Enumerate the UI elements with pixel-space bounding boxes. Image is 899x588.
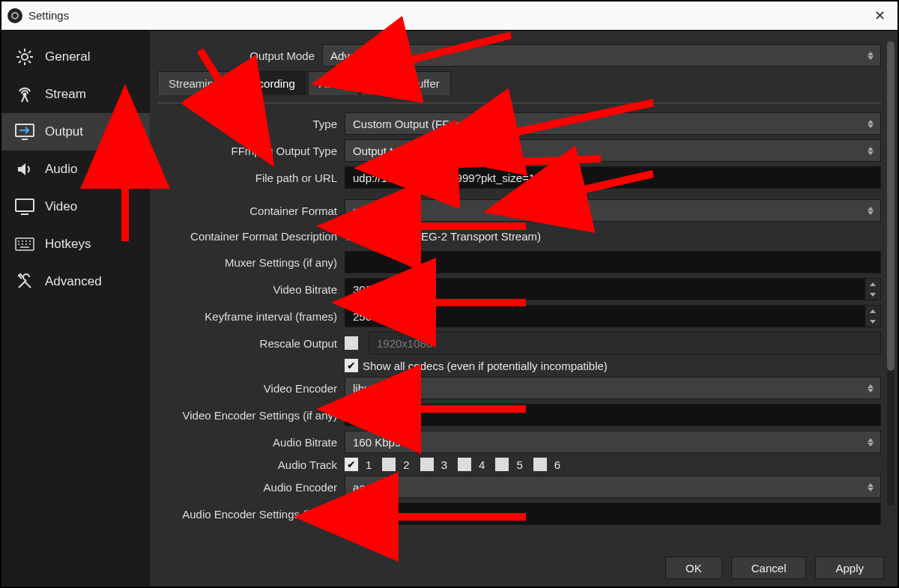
spinner-icon	[864, 142, 877, 159]
svg-line-8	[28, 51, 31, 53]
check-icon: ✔	[347, 459, 356, 470]
muxer-input[interactable]	[345, 251, 881, 273]
tab-replay-buffer[interactable]: Replay Buffer	[360, 71, 451, 95]
title-bar: Settings ✕	[1, 1, 898, 30]
output-tabs: Streaming Recording Audio Replay Buffer	[157, 71, 881, 95]
audio-enc-settings-input[interactable]	[345, 503, 881, 525]
audio-bitrate-label: Audio Bitrate	[157, 436, 345, 449]
spinner-icon	[864, 479, 877, 495]
cancel-button[interactable]: Cancel	[731, 557, 807, 579]
container-desc-value: MPEG-TS (MPEG-2 Transport Stream)	[346, 230, 541, 243]
scrollbar-thumb[interactable]	[887, 41, 895, 371]
sidebar-item-label: Advanced	[45, 274, 102, 289]
rescale-checkbox[interactable]	[345, 336, 358, 350]
obs-icon	[7, 8, 22, 23]
audio-encoder-label: Audio Encoder	[157, 481, 345, 494]
audio-track-4-checkbox[interactable]	[458, 458, 471, 471]
ffmpeg-output-type-select[interactable]: Output to URL	[345, 139, 881, 162]
ffmpeg-output-type-value: Output to URL	[353, 145, 425, 157]
track-number: 3	[441, 458, 447, 471]
ffmpeg-output-type-label: FFmpeg Output Type	[157, 145, 345, 157]
container-format-value: mpegts	[353, 204, 390, 217]
spinner-icon	[864, 380, 877, 396]
audio-enc-settings-label: Audio Encoder Settings (if any)	[157, 508, 345, 521]
type-value: Custom Output (FFmpeg)	[353, 118, 481, 130]
video-encoder-select[interactable]: libx264	[345, 377, 881, 399]
keyframe-label: Keyframe interval (frames)	[157, 310, 345, 323]
close-icon[interactable]: ✕	[870, 6, 890, 25]
output-mode-label: Output Mode	[157, 49, 322, 62]
rescale-label: Rescale Output	[157, 337, 345, 350]
keyframe-value: 250	[353, 310, 372, 323]
keyboard-icon	[15, 236, 34, 252]
output-mode-select[interactable]: Advanced	[322, 44, 881, 67]
track-number: 5	[516, 458, 522, 471]
number-spinner[interactable]	[865, 279, 880, 300]
audio-track-group: ✔1 2 3 4 5 6	[345, 458, 881, 471]
tab-divider	[157, 103, 881, 103]
video-encoder-value: libx264	[353, 382, 389, 395]
gear-icon	[15, 49, 34, 65]
audio-track-5-checkbox[interactable]	[495, 458, 509, 471]
audio-track-2-checkbox[interactable]	[382, 458, 396, 471]
keyframe-input[interactable]: 250	[345, 305, 881, 327]
file-path-value: udp://192.168.1.75:9999?pkt_size=1316	[353, 172, 554, 184]
tab-recording[interactable]: Recording	[232, 71, 306, 95]
show-codecs-checkbox[interactable]: ✔	[345, 359, 358, 372]
sidebar: General Stream Output Audio	[1, 31, 150, 587]
svg-point-0	[22, 54, 28, 60]
sidebar-item-audio[interactable]: Audio	[1, 151, 150, 188]
audio-bitrate-value: 160 Kbps	[353, 436, 400, 449]
video-bitrate-label: Video Bitrate	[157, 283, 345, 296]
track-number: 6	[554, 458, 560, 471]
container-format-label: Container Format	[157, 204, 345, 217]
content-area: Output Mode Advanced Streaming Recording…	[150, 31, 898, 549]
file-path-input[interactable]: udp://192.168.1.75:9999?pkt_size=1316	[345, 166, 881, 189]
sidebar-item-stream[interactable]: Stream	[1, 76, 150, 113]
number-spinner[interactable]	[865, 306, 880, 327]
audio-bitrate-select[interactable]: 160 Kbps	[345, 431, 881, 453]
spinner-icon	[864, 115, 877, 132]
audio-track-3-checkbox[interactable]	[420, 458, 434, 471]
audio-encoder-value: aac	[353, 481, 371, 494]
video-enc-settings-label: Video Encoder Settings (if any)	[157, 409, 345, 422]
track-number: 2	[403, 458, 409, 471]
svg-line-6	[28, 61, 31, 63]
sidebar-item-general[interactable]: General	[1, 38, 150, 76]
sidebar-item-label: Stream	[45, 87, 86, 102]
output-mode-value: Advanced	[330, 49, 381, 62]
spinner-icon	[864, 202, 877, 219]
window-title: Settings	[28, 9, 69, 22]
check-icon: ✔	[347, 360, 356, 371]
sidebar-item-hotkeys[interactable]: Hotkeys	[1, 225, 150, 263]
ok-button[interactable]: OK	[665, 557, 722, 579]
tab-audio[interactable]: Audio	[308, 71, 359, 95]
tools-icon	[15, 273, 34, 290]
sidebar-item-advanced[interactable]: Advanced	[1, 263, 150, 300]
file-path-label: File path or URL	[157, 172, 345, 184]
audio-track-1-checkbox[interactable]: ✔	[345, 458, 358, 471]
container-format-select[interactable]: mpegts	[345, 199, 881, 222]
rescale-placeholder: 1920x1080	[377, 337, 432, 350]
antenna-icon	[15, 86, 34, 103]
video-enc-settings-input[interactable]	[345, 404, 881, 426]
monitor-arrow-icon	[15, 124, 34, 140]
sidebar-item-label: General	[45, 49, 90, 64]
tab-streaming[interactable]: Streaming	[157, 71, 231, 95]
audio-track-6-checkbox[interactable]	[533, 458, 547, 471]
rescale-input: 1920x1080	[369, 332, 881, 354]
sidebar-item-output[interactable]: Output	[1, 113, 150, 151]
video-bitrate-input[interactable]: 3000 Kbps	[345, 278, 881, 300]
sidebar-item-label: Video	[45, 199, 77, 214]
track-number: 4	[479, 458, 485, 471]
svg-line-7	[19, 61, 21, 63]
speaker-icon	[15, 161, 34, 178]
apply-button[interactable]: Apply	[815, 557, 884, 579]
audio-encoder-select[interactable]: aac	[345, 476, 881, 498]
sidebar-item-video[interactable]: Video	[1, 188, 150, 225]
muxer-label: Muxer Settings (if any)	[157, 256, 345, 269]
spinner-icon	[864, 434, 877, 450]
type-label: Type	[157, 118, 345, 130]
type-select[interactable]: Custom Output (FFmpeg)	[345, 112, 881, 135]
track-number: 1	[366, 458, 372, 471]
